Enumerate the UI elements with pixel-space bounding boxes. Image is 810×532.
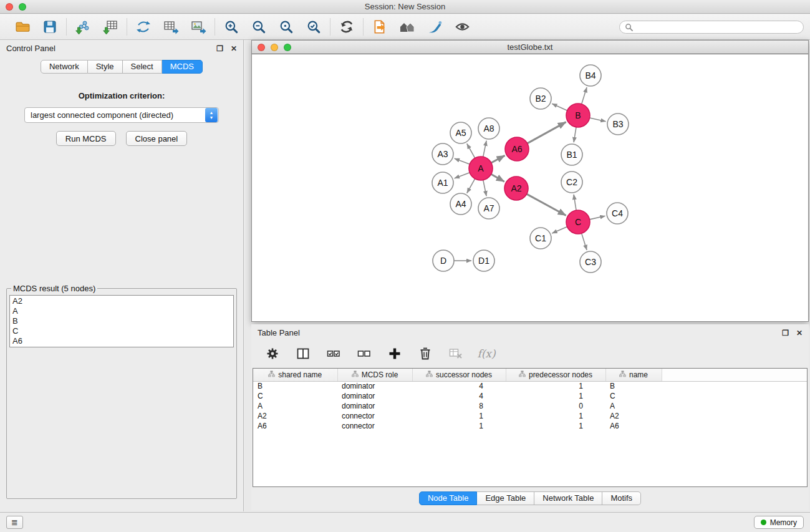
graph-edge-A2-C[interactable] bbox=[527, 194, 566, 215]
table-cell[interactable]: A2 bbox=[253, 411, 337, 421]
search-input[interactable] bbox=[636, 22, 798, 32]
table-cell[interactable]: 4 bbox=[412, 381, 506, 391]
table-row[interactable]: Cdominator41C bbox=[253, 391, 807, 401]
import-file-button[interactable] bbox=[370, 17, 390, 37]
graph-edge-A-A1[interactable] bbox=[455, 173, 470, 178]
create-column-button[interactable] bbox=[386, 345, 403, 362]
save-session-button[interactable] bbox=[40, 17, 60, 37]
graph-edge-A-A5[interactable] bbox=[467, 143, 475, 158]
graph-node-A2[interactable]: A2 bbox=[504, 177, 528, 200]
graph-node-D1[interactable]: D1 bbox=[473, 250, 494, 271]
deselect-all-columns-button[interactable] bbox=[355, 345, 373, 362]
graph-edge-A6-B[interactable] bbox=[528, 122, 566, 143]
zoom-actual-button[interactable] bbox=[276, 17, 296, 37]
column-header-MCDS-role[interactable]: MCDS role bbox=[337, 369, 412, 381]
graph-node-B3[interactable]: B3 bbox=[607, 114, 629, 135]
zoom-fit-button[interactable] bbox=[304, 17, 324, 37]
table-cell[interactable]: A6 bbox=[253, 421, 337, 431]
table-cell[interactable]: B bbox=[253, 381, 337, 391]
close-panel-icon[interactable]: ✕ bbox=[796, 329, 803, 337]
table-cell[interactable]: A bbox=[253, 401, 337, 411]
close-panel-icon[interactable]: ✕ bbox=[231, 44, 237, 53]
table-cell[interactable]: B bbox=[605, 381, 662, 391]
graph-node-B1[interactable]: B1 bbox=[561, 144, 582, 165]
table-cell[interactable]: 8 bbox=[412, 401, 506, 411]
graph-edge-B-B4[interactable] bbox=[582, 87, 587, 104]
table-cell[interactable]: A6 bbox=[605, 421, 662, 431]
graph-node-A5[interactable]: A5 bbox=[450, 122, 471, 143]
tab-style[interactable]: Style bbox=[88, 60, 123, 74]
table-row[interactable]: Bdominator41B bbox=[253, 381, 807, 391]
tab-motifs[interactable]: Motifs bbox=[602, 491, 641, 505]
tab-edge-table[interactable]: Edge Table bbox=[477, 491, 534, 505]
criterion-select[interactable]: largest connected component (directed) ▲… bbox=[24, 107, 219, 123]
graph-node-C2[interactable]: C2 bbox=[561, 172, 582, 193]
export-image-button[interactable] bbox=[188, 17, 208, 37]
network-graph[interactable]: AA1A2A3A4A5A6A7A8BB1B2B3B4CC1C2C3C4DD1 bbox=[252, 55, 808, 321]
show-panels-button[interactable]: ≣ bbox=[6, 516, 23, 529]
graph-node-A4[interactable]: A4 bbox=[450, 193, 471, 215]
show-columns-button[interactable] bbox=[294, 345, 312, 362]
graph-node-A3[interactable]: A3 bbox=[432, 143, 453, 165]
delete-column-button[interactable] bbox=[417, 345, 434, 362]
table-cell[interactable]: A bbox=[605, 401, 662, 411]
table-row[interactable]: Adominator80A bbox=[253, 401, 807, 411]
graph-edge-C-C4[interactable] bbox=[590, 216, 605, 220]
table-cell[interactable]: dominator bbox=[337, 391, 412, 401]
mcds-result-item[interactable]: A2 bbox=[12, 296, 231, 306]
table-cell[interactable]: 0 bbox=[506, 401, 605, 411]
graph-node-B2[interactable]: B2 bbox=[530, 88, 551, 109]
run-mcds-button[interactable]: Run MCDS bbox=[56, 131, 116, 146]
tab-select[interactable]: Select bbox=[123, 60, 162, 74]
table-settings-button[interactable] bbox=[264, 345, 281, 362]
import-network-button[interactable] bbox=[73, 17, 93, 37]
graph-node-C4[interactable]: C4 bbox=[607, 203, 628, 224]
function-builder-button[interactable]: f(x) bbox=[478, 345, 495, 362]
mcds-result-item[interactable]: C bbox=[12, 326, 231, 336]
graph-edge-B-B1[interactable] bbox=[574, 127, 576, 142]
show-hide-button[interactable] bbox=[452, 17, 472, 37]
tab-network[interactable]: Network bbox=[41, 60, 88, 74]
graph-edge-A-A8[interactable] bbox=[483, 141, 486, 157]
tab-network-table[interactable]: Network Table bbox=[534, 491, 602, 505]
open-session-button[interactable] bbox=[12, 17, 32, 37]
column-header-name[interactable]: name bbox=[605, 369, 662, 381]
table-cell[interactable]: C bbox=[605, 391, 662, 401]
float-panel-icon[interactable]: ❐ bbox=[782, 329, 789, 337]
table-cell[interactable]: connector bbox=[337, 421, 412, 431]
column-header-shared-name[interactable]: shared name bbox=[253, 369, 337, 381]
graph-edge-C-C2[interactable] bbox=[574, 195, 576, 210]
mcds-result-item[interactable]: A6 bbox=[12, 336, 231, 346]
mcds-result-item[interactable]: A bbox=[12, 306, 231, 316]
style-brush-button[interactable] bbox=[425, 17, 445, 37]
graph-node-A1[interactable]: A1 bbox=[432, 172, 453, 193]
column-header-predecessor-nodes[interactable]: predecessor nodes bbox=[506, 369, 605, 381]
table-cell[interactable]: A2 bbox=[605, 411, 662, 421]
close-panel-button[interactable]: Close panel bbox=[126, 131, 188, 146]
graph-edge-C-C3[interactable] bbox=[582, 233, 587, 250]
float-panel-icon[interactable]: ❐ bbox=[216, 44, 223, 53]
refresh-button[interactable] bbox=[337, 17, 357, 37]
graph-node-A8[interactable]: A8 bbox=[478, 118, 499, 139]
tab-mcds[interactable]: MCDS bbox=[162, 60, 203, 74]
table-cell[interactable]: 1 bbox=[506, 381, 605, 391]
column-header-successor-nodes[interactable]: successor nodes bbox=[412, 369, 506, 381]
table-cell[interactable]: C bbox=[253, 391, 337, 401]
mcds-result-item[interactable]: B bbox=[12, 316, 231, 326]
table-cell[interactable]: 1 bbox=[506, 391, 605, 401]
network-canvas[interactable]: AA1A2A3A4A5A6A7A8BB1B2B3B4CC1C2C3C4DD1 bbox=[252, 55, 808, 321]
table-cell[interactable]: 1 bbox=[506, 411, 605, 421]
graph-edge-B-B2[interactable] bbox=[552, 104, 567, 110]
graph-node-C1[interactable]: C1 bbox=[530, 228, 551, 249]
graph-edge-A-A4[interactable] bbox=[467, 179, 475, 193]
table-cell[interactable]: 1 bbox=[412, 411, 506, 421]
mcds-result-list[interactable]: A2ABCA6 bbox=[9, 295, 234, 347]
graph-node-A7[interactable]: A7 bbox=[478, 198, 499, 219]
zoom-out-button[interactable] bbox=[249, 17, 269, 37]
graph-edge-A-A7[interactable] bbox=[483, 180, 486, 196]
graph-node-D[interactable]: D bbox=[433, 250, 454, 271]
memory-button[interactable]: Memory bbox=[754, 516, 804, 529]
search-box[interactable] bbox=[619, 21, 804, 34]
node-table[interactable]: shared nameMCDS rolesuccessor nodesprede… bbox=[253, 368, 808, 487]
table-cell[interactable]: connector bbox=[337, 411, 412, 421]
